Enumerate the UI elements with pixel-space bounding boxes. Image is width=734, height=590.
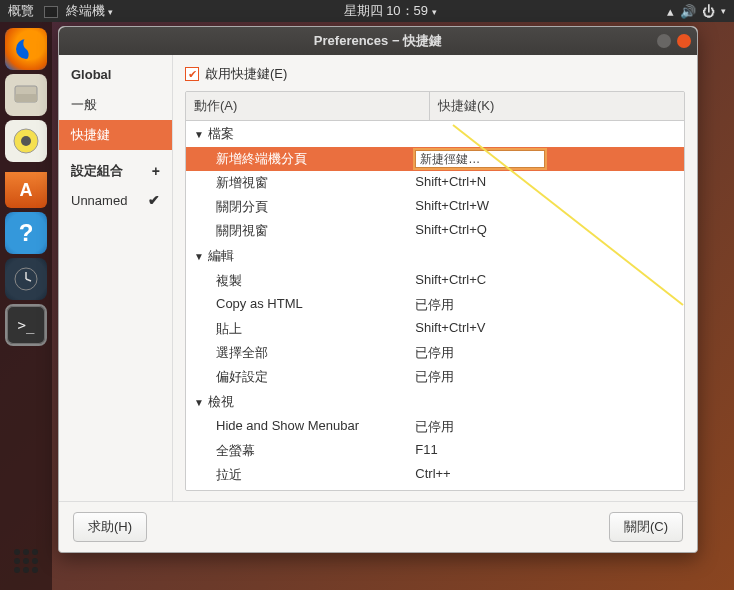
firefox-icon — [11, 34, 41, 64]
chevron-down-icon: ▼ — [194, 129, 204, 140]
column-action[interactable]: 動作(A) — [186, 92, 430, 120]
shortcut-row[interactable]: Copy as HTML已停用 — [186, 293, 684, 317]
chevron-down-icon: ▾ — [432, 7, 437, 17]
power-icon[interactable]: ⏻ — [702, 4, 715, 19]
group-row[interactable]: ▼編輯 — [186, 243, 684, 269]
shortcut-row[interactable]: Hide and Show Menubar已停用 — [186, 415, 684, 439]
shortcut-row[interactable]: 拉遠Ctrl+- — [186, 487, 684, 491]
sidebar-global-heading: Global — [59, 63, 172, 90]
preferences-window: Preferences − 快捷鍵 Global 一般 快捷鍵 設定組合 + U… — [58, 26, 698, 553]
launcher-firefox[interactable] — [5, 28, 47, 70]
launcher-terminal[interactable]: >_ — [5, 304, 47, 346]
close-dialog-button[interactable]: 關閉(C) — [609, 512, 683, 542]
show-applications[interactable] — [0, 540, 52, 582]
sidebar-item-shortcuts[interactable]: 快捷鍵 — [59, 120, 172, 150]
shortcut-row[interactable]: 偏好設定已停用 — [186, 365, 684, 389]
action-label: 關閉視窗 — [216, 222, 415, 240]
shortcut-value[interactable]: Shift+Ctrl+V — [415, 320, 684, 338]
shortcut-row[interactable]: 新增終端機分頁 — [186, 147, 684, 171]
action-label: 偏好設定 — [216, 368, 415, 386]
shortcut-input[interactable] — [415, 150, 545, 168]
shortcut-row[interactable]: 複製Shift+Ctrl+C — [186, 269, 684, 293]
launcher-software[interactable] — [5, 172, 47, 208]
speaker-icon — [11, 126, 41, 156]
launcher-files[interactable] — [5, 74, 47, 116]
action-label: 全螢幕 — [216, 442, 415, 460]
action-label: Hide and Show Menubar — [216, 418, 415, 436]
top-panel: 概覽 終端機 ▾ 星期四 10：59 ▾ ▴ 🔊 ⏻ ▾ — [0, 0, 734, 22]
help-icon: ? — [19, 219, 34, 247]
group-row[interactable]: ▼檢視 — [186, 389, 684, 415]
shortcut-row[interactable]: 新增視窗Shift+Ctrl+N — [186, 171, 684, 195]
files-icon — [13, 84, 39, 106]
action-label: 拉近 — [216, 466, 415, 484]
network-icon[interactable]: ▴ — [667, 4, 674, 19]
column-shortcut[interactable]: 快捷鍵(K) — [430, 92, 684, 120]
shortcut-value[interactable]: 已停用 — [415, 296, 684, 314]
preferences-main: ✔ 啟用快捷鍵(E) 動作(A) 快捷鍵(K) ▼檔案新增終端機分頁新增視窗Sh… — [173, 55, 697, 501]
minimize-button[interactable] — [657, 34, 671, 48]
action-label: 新增視窗 — [216, 174, 415, 192]
shortcut-row[interactable]: 全螢幕F11 — [186, 439, 684, 463]
action-label: 貼上 — [216, 320, 415, 338]
group-label: 檔案 — [208, 125, 234, 143]
sidebar-profiles-heading: 設定組合 + — [59, 156, 172, 186]
group-label: 編輯 — [208, 247, 234, 265]
sidebar-item-label: 快捷鍵 — [71, 126, 110, 144]
help-button[interactable]: 求助(H) — [73, 512, 147, 542]
shortcut-value[interactable]: 已停用 — [415, 418, 684, 436]
clock-icon — [11, 264, 41, 294]
close-button[interactable] — [677, 34, 691, 48]
shortcut-value[interactable]: Shift+Ctrl+C — [415, 272, 684, 290]
checkbox-checked-icon[interactable]: ✔ — [185, 67, 199, 81]
action-label: 關閉分頁 — [216, 198, 415, 216]
shortcut-row[interactable]: 貼上Shift+Ctrl+V — [186, 317, 684, 341]
clock-label[interactable]: 星期四 10：59 — [344, 3, 429, 18]
shortcut-value[interactable]: 已停用 — [415, 344, 684, 362]
table-header: 動作(A) 快捷鍵(K) — [186, 92, 684, 121]
chevron-down-icon: ▼ — [194, 397, 204, 408]
launcher-clocks[interactable] — [5, 258, 47, 300]
sidebar-item-general[interactable]: 一般 — [59, 90, 172, 120]
terminal-icon — [44, 6, 58, 18]
action-label: 選擇全部 — [216, 344, 415, 362]
shortcut-value[interactable]: 已停用 — [415, 368, 684, 386]
shortcut-value[interactable]: Ctrl++ — [415, 466, 684, 484]
shortcut-value[interactable] — [415, 150, 684, 168]
terminal-icon: >_ — [18, 317, 35, 333]
launcher-rhythmbox[interactable] — [5, 120, 47, 162]
sidebar-profile-unnamed[interactable]: Unnamed ✔ — [59, 186, 172, 214]
shortcut-value[interactable]: F11 — [415, 442, 684, 460]
group-row[interactable]: ▼檔案 — [186, 121, 684, 147]
sidebar-item-label: 一般 — [71, 96, 97, 114]
shortcut-value[interactable]: Shift+Ctrl+N — [415, 174, 684, 192]
shortcut-value[interactable]: Ctrl+- — [415, 490, 684, 491]
launcher-help[interactable]: ? — [5, 212, 47, 254]
chevron-down-icon: ▾ — [721, 6, 726, 16]
sound-icon[interactable]: 🔊 — [680, 4, 696, 19]
chevron-down-icon: ▼ — [194, 251, 204, 262]
sidebar-item-label: Unnamed — [71, 193, 127, 208]
enable-shortcuts-label: 啟用快捷鍵(E) — [205, 65, 287, 83]
action-label: 拉遠 — [216, 490, 415, 491]
shortcut-row[interactable]: 關閉分頁Shift+Ctrl+W — [186, 195, 684, 219]
group-label: 檢視 — [208, 393, 234, 411]
shortcut-value[interactable]: Shift+Ctrl+Q — [415, 222, 684, 240]
svg-point-4 — [21, 136, 31, 146]
preferences-sidebar: Global 一般 快捷鍵 設定組合 + Unnamed ✔ — [59, 55, 173, 501]
grid-icon — [14, 549, 38, 573]
shortcut-row[interactable]: 拉近Ctrl++ — [186, 463, 684, 487]
launcher: ? >_ — [0, 22, 52, 590]
window-title: Preferences − 快捷鍵 — [314, 32, 442, 50]
shortcut-row[interactable]: 選擇全部已停用 — [186, 341, 684, 365]
shortcut-row[interactable]: 關閉視窗Shift+Ctrl+Q — [186, 219, 684, 243]
app-menu[interactable]: 終端機 ▾ — [44, 2, 113, 20]
enable-shortcuts-row[interactable]: ✔ 啟用快捷鍵(E) — [185, 65, 685, 83]
action-label: 新增終端機分頁 — [216, 150, 415, 168]
svg-rect-2 — [15, 94, 37, 102]
sidebar-heading-label: 設定組合 — [71, 162, 123, 180]
activities-label[interactable]: 概覽 — [8, 2, 34, 20]
shortcut-value[interactable]: Shift+Ctrl+W — [415, 198, 684, 216]
add-profile-button[interactable]: + — [152, 163, 160, 179]
titlebar[interactable]: Preferences − 快捷鍵 — [59, 27, 697, 55]
